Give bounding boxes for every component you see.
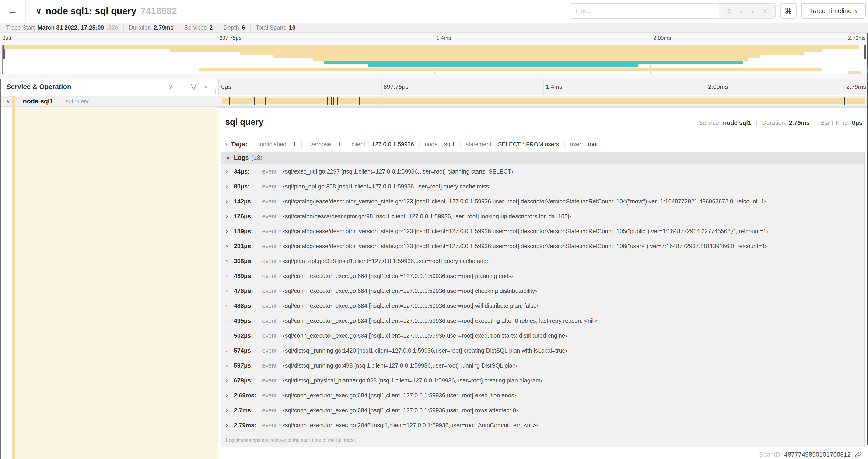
tags-expand-chevron-icon[interactable]: › [225,141,227,148]
log-field-key: event [262,168,277,175]
find-clear-icon[interactable]: ✕ [763,7,768,15]
log-entry-row[interactable]: › 189μs: event = ‹sql/catalog/lease/desc… [221,224,865,239]
trace-collapse-chevron-icon[interactable]: ∨ [35,6,42,15]
meta-label: Trace Start [6,24,35,31]
row-gridline [706,96,706,106]
log-expand-chevron-icon[interactable]: › [226,362,234,369]
log-message: ‹sql/conn_executor_exec.go:684 [nsql1,cl… [283,318,599,324]
row-service-name[interactable]: node sql1 [23,97,54,105]
log-timestamp: 80μs: [234,183,262,190]
minimap-right-scrubber[interactable] [864,45,866,59]
span-duration-bar[interactable] [222,98,865,104]
log-equals-sign: = [278,243,281,249]
log-expand-chevron-icon[interactable]: › [226,228,234,234]
log-expand-chevron-icon[interactable]: › [226,258,234,264]
tags-section[interactable]: › Tags: _unfinished = 1 _verbose = 1 cli… [225,138,862,151]
log-expand-chevron-icon[interactable]: › [226,318,234,324]
log-field-key: event [262,332,277,339]
log-expand-chevron-icon[interactable]: › [226,422,234,428]
log-entry-row[interactable]: › 574μs: event = ‹sql/distsql_running.go… [221,343,865,358]
expand-one-icon[interactable]: › [181,83,183,91]
minimap-span-bar [368,64,638,67]
log-expand-chevron-icon[interactable]: › [226,273,234,279]
log-expand-chevron-icon[interactable]: › [226,377,234,384]
log-expand-chevron-icon[interactable]: › [226,332,234,339]
log-expand-chevron-icon[interactable]: › [226,243,234,249]
log-tick-mark [265,97,266,105]
tag-item: node = sql1 [419,141,460,147]
log-expand-chevron-icon[interactable]: › [226,198,234,204]
view-selector-button[interactable]: Trace Timeline ∨ [801,3,866,19]
log-expand-chevron-icon[interactable]: › [226,168,234,175]
log-message: ‹sql/catalog/lease/descriptor_version_st… [283,243,767,250]
trace-meta-bar: Trace StartMarch 31 2022, 17:25:09.326Du… [0,23,868,33]
expand-all-icon[interactable]: » [204,83,208,91]
log-expand-chevron-icon[interactable]: › [226,183,234,190]
detail-gutter [15,107,218,459]
log-entry-row[interactable]: › 2.7ms: event = ‹sql/conn_executor_exec… [221,403,865,418]
log-entry-row[interactable]: › 176μs: event = ‹sql/catalog/descs/desc… [221,209,865,224]
log-message: ‹sql/distsql_running.go:498 [nsql1,clien… [283,362,518,369]
log-tick-mark [328,97,328,105]
log-expand-chevron-icon[interactable]: › [226,407,234,414]
meta-divider [123,25,124,31]
tag-value: sql1 [444,141,455,147]
log-entry-row[interactable]: › 201μs: event = ‹sql/catalog/lease/desc… [221,239,865,254]
log-entry-row[interactable]: › 597μs: event = ‹sql/distsql_running.go… [221,358,865,373]
logs-collapse-chevron-icon[interactable]: ∨ [226,154,230,161]
log-expand-chevron-icon[interactable]: › [226,347,234,354]
collapse-all-icon[interactable]: ⋁ [191,83,196,91]
timeline-tick-label: 1.4ms [546,83,562,91]
focus-target-icon[interactable]: ◎ [726,7,732,15]
logs-section: ∨ Logs (18) › 34μs: event = ‹sql/exec_ut… [220,152,865,447]
trace-id: 7418682 [141,6,177,16]
log-expand-chevron-icon[interactable]: › [226,288,234,294]
log-entry-row[interactable]: › 495μs: event = ‹sql/conn_executor_exec… [221,313,865,328]
log-entry-row[interactable]: › 459μs: event = ‹sql/conn_executor_exec… [221,268,865,283]
log-field-key: event [262,392,277,399]
row-collapse-chevron-icon[interactable]: ∨ [6,98,10,104]
meta-value: 6 [242,24,245,31]
log-entry-row[interactable]: › 2.79ms: event = ‹sql/conn_executor_exe… [221,418,865,433]
meta-suffix: .326 [107,24,118,31]
find-input[interactable] [570,3,719,19]
log-entry-row[interactable]: › 142μs: event = ‹sql/catalog/lease/desc… [221,194,865,209]
span-detail-area: sql query Service:node sql1Duration:2.79… [0,107,868,459]
log-entry-row[interactable]: › 678μs: event = ‹sql/distsql_physical_p… [221,373,865,388]
log-field-key: event [262,228,277,235]
log-entry-row[interactable]: › 2.69ms: event = ‹sql/conn_executor_exe… [221,388,865,403]
logs-header[interactable]: ∨ Logs (18) [221,152,865,164]
log-entry-row[interactable]: › 502μs: event = ‹sql/conn_executor_exec… [221,328,865,343]
collapse-one-icon[interactable]: ∨ [168,83,173,91]
log-field-key: event [262,273,277,280]
detail-gutter-accent [12,107,15,459]
row-operation-name: sql query [66,98,88,105]
keyboard-shortcuts-button[interactable]: ⌘ [780,3,797,19]
log-entry-row[interactable]: › 476μs: event = ‹sql/conn_executor_exec… [221,283,865,298]
log-entry-row[interactable]: › 486μs: event = ‹sql/conn_executor_exec… [221,298,865,313]
tags-list: _unfinished = 1 _verbose = 1 client = 12… [251,141,603,147]
span-row-node-sql1[interactable]: ∨ node sql1 sql query [0,96,868,107]
minimap-span-bar [324,61,743,64]
log-equals-sign: = [278,184,281,189]
find-next-icon[interactable]: ∨ [751,7,756,15]
log-entry-row[interactable]: › 34μs: event = ‹sql/exec_util.go:2297 [… [221,164,865,179]
log-expand-chevron-icon[interactable]: › [226,213,234,220]
find-prev-icon[interactable]: ∧ [739,7,744,15]
minimap-span-bar [848,71,861,74]
log-timestamp: 459μs: [234,272,262,280]
minimap-tick-label: 697.75μs [219,35,242,41]
back-arrow-icon: ← [8,5,18,17]
deep-link-icon[interactable] [855,451,862,458]
back-button[interactable]: ← [0,0,26,22]
log-entry-row[interactable]: › 366μs: event = ‹sql/plan_opt.go:358 [n… [221,254,865,268]
window-right-scrollbar[interactable] [867,33,868,445]
logs-label: Logs [234,154,249,161]
log-entry-row[interactable]: › 80μs: event = ‹sql/plan_opt.go:358 [ns… [221,179,865,194]
tags-label: Tags: [231,141,247,148]
log-timestamp: 678μs: [234,377,262,384]
log-expand-chevron-icon[interactable]: › [226,392,234,399]
column-resizer-handle[interactable]: || [215,88,218,94]
minimap-canvas[interactable] [2,45,866,74]
log-expand-chevron-icon[interactable]: › [226,302,234,309]
